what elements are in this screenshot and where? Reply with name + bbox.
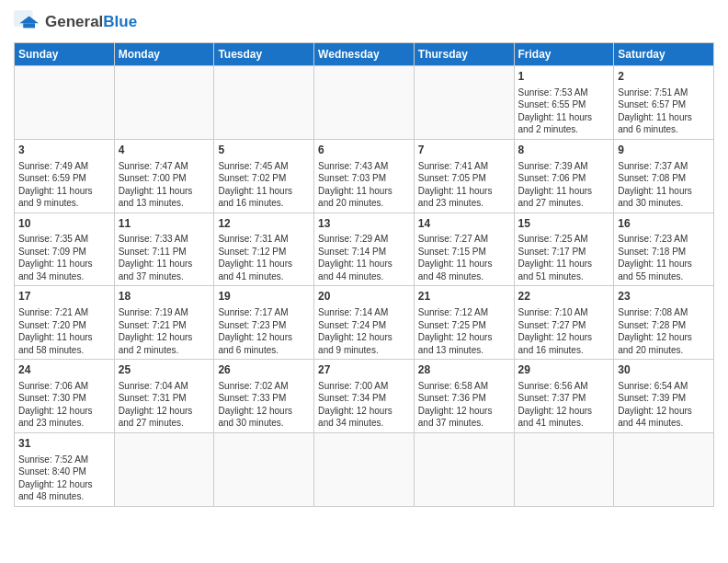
day-number: 12	[218, 216, 310, 232]
calendar-week-row: 31Sunrise: 7:52 AM Sunset: 8:40 PM Dayli…	[15, 432, 714, 506]
day-number: 9	[618, 143, 710, 158]
calendar-day-cell	[114, 66, 214, 140]
calendar-day-cell: 13Sunrise: 7:29 AM Sunset: 7:14 PM Dayli…	[314, 213, 415, 286]
day-number: 3	[18, 143, 110, 158]
day-info: Sunrise: 7:23 AM Sunset: 7:18 PM Dayligh…	[618, 233, 710, 282]
calendar-day-cell: 29Sunrise: 6:56 AM Sunset: 7:37 PM Dayli…	[514, 360, 614, 433]
calendar-day-cell	[614, 432, 714, 506]
day-info: Sunrise: 7:04 AM Sunset: 7:31 PM Dayligh…	[119, 380, 210, 430]
calendar-day-cell: 19Sunrise: 7:17 AM Sunset: 7:23 PM Dayli…	[214, 286, 314, 360]
weekday-header: Sunday	[15, 43, 115, 66]
calendar-day-cell: 1Sunrise: 7:53 AM Sunset: 6:55 PM Daylig…	[514, 66, 614, 140]
weekday-header: Friday	[514, 43, 614, 66]
day-info: Sunrise: 7:33 AM Sunset: 7:11 PM Dayligh…	[119, 233, 210, 282]
logo-text-blue: Blue	[103, 13, 137, 30]
day-number: 1	[518, 69, 610, 85]
day-info: Sunrise: 7:06 AM Sunset: 7:30 PM Dayligh…	[18, 380, 110, 430]
calendar-week-row: 3Sunrise: 7:49 AM Sunset: 6:59 PM Daylig…	[15, 139, 714, 213]
day-number: 16	[618, 216, 710, 232]
calendar-day-cell: 26Sunrise: 7:02 AM Sunset: 7:33 PM Dayli…	[214, 360, 314, 433]
calendar-day-cell: 12Sunrise: 7:31 AM Sunset: 7:12 PM Dayli…	[214, 213, 314, 286]
day-info: Sunrise: 7:45 AM Sunset: 7:02 PM Dayligh…	[218, 160, 310, 210]
day-info: Sunrise: 7:43 AM Sunset: 7:03 PM Dayligh…	[318, 160, 410, 210]
day-info: Sunrise: 7:19 AM Sunset: 7:21 PM Dayligh…	[119, 306, 210, 356]
calendar-day-cell: 5Sunrise: 7:45 AM Sunset: 7:02 PM Daylig…	[214, 139, 314, 213]
day-info: Sunrise: 7:25 AM Sunset: 7:17 PM Dayligh…	[518, 233, 610, 282]
calendar-day-cell: 20Sunrise: 7:14 AM Sunset: 7:24 PM Dayli…	[314, 286, 415, 360]
main-container: GeneralBlue SundayMondayTuesdayWednesday…	[0, 0, 728, 516]
weekday-header: Monday	[114, 43, 214, 66]
calendar-day-cell: 16Sunrise: 7:23 AM Sunset: 7:18 PM Dayli…	[614, 213, 714, 286]
day-number: 23	[618, 289, 710, 304]
day-number: 6	[318, 143, 410, 158]
day-info: Sunrise: 7:14 AM Sunset: 7:24 PM Dayligh…	[318, 306, 410, 356]
day-number: 22	[518, 289, 610, 304]
calendar-day-cell: 23Sunrise: 7:08 AM Sunset: 7:28 PM Dayli…	[614, 286, 714, 360]
day-number: 10	[18, 216, 110, 232]
calendar-day-cell: 2Sunrise: 7:51 AM Sunset: 6:57 PM Daylig…	[614, 66, 714, 140]
weekday-header: Tuesday	[214, 43, 314, 66]
day-number: 20	[318, 289, 410, 304]
day-info: Sunrise: 7:00 AM Sunset: 7:34 PM Dayligh…	[318, 380, 410, 430]
day-number: 14	[418, 216, 510, 232]
day-info: Sunrise: 7:27 AM Sunset: 7:15 PM Dayligh…	[418, 233, 510, 282]
calendar-day-cell: 17Sunrise: 7:21 AM Sunset: 7:20 PM Dayli…	[15, 286, 115, 360]
calendar-week-row: 24Sunrise: 7:06 AM Sunset: 7:30 PM Dayli…	[15, 360, 714, 433]
calendar-day-cell: 9Sunrise: 7:37 AM Sunset: 7:08 PM Daylig…	[614, 139, 714, 213]
day-number: 11	[119, 216, 210, 232]
calendar-day-cell: 4Sunrise: 7:47 AM Sunset: 7:00 PM Daylig…	[114, 139, 214, 213]
day-info: Sunrise: 7:35 AM Sunset: 7:09 PM Dayligh…	[18, 233, 110, 282]
day-number: 27	[318, 362, 410, 378]
day-number: 21	[418, 289, 510, 304]
weekday-header: Thursday	[414, 43, 514, 66]
calendar-table: SundayMondayTuesdayWednesdayThursdayFrid…	[14, 42, 714, 507]
weekday-header-row: SundayMondayTuesdayWednesdayThursdayFrid…	[15, 43, 714, 66]
calendar-day-cell: 25Sunrise: 7:04 AM Sunset: 7:31 PM Dayli…	[114, 360, 214, 433]
day-number: 18	[119, 289, 210, 304]
calendar-day-cell	[114, 432, 214, 506]
weekday-header: Wednesday	[314, 43, 415, 66]
day-info: Sunrise: 6:54 AM Sunset: 7:39 PM Dayligh…	[618, 380, 710, 430]
calendar-day-cell	[214, 432, 314, 506]
day-info: Sunrise: 7:21 AM Sunset: 7:20 PM Dayligh…	[18, 306, 110, 356]
calendar-day-cell	[314, 66, 415, 140]
day-info: Sunrise: 7:51 AM Sunset: 6:57 PM Dayligh…	[618, 86, 710, 136]
calendar-week-row: 10Sunrise: 7:35 AM Sunset: 7:09 PM Dayli…	[15, 213, 714, 286]
day-number: 19	[218, 289, 310, 304]
day-info: Sunrise: 6:58 AM Sunset: 7:36 PM Dayligh…	[418, 380, 510, 430]
day-number: 5	[218, 143, 310, 158]
calendar-day-cell: 21Sunrise: 7:12 AM Sunset: 7:25 PM Dayli…	[414, 286, 514, 360]
logo-icon	[14, 9, 43, 35]
day-number: 7	[418, 143, 510, 158]
calendar-day-cell: 28Sunrise: 6:58 AM Sunset: 7:36 PM Dayli…	[414, 360, 514, 433]
header: GeneralBlue	[14, 9, 714, 35]
day-number: 8	[518, 143, 610, 158]
day-info: Sunrise: 7:52 AM Sunset: 8:40 PM Dayligh…	[18, 454, 110, 503]
calendar-day-cell	[514, 432, 614, 506]
calendar-day-cell	[414, 432, 514, 506]
calendar-day-cell: 14Sunrise: 7:27 AM Sunset: 7:15 PM Dayli…	[414, 213, 514, 286]
day-info: Sunrise: 7:47 AM Sunset: 7:00 PM Dayligh…	[119, 160, 210, 210]
calendar-day-cell: 10Sunrise: 7:35 AM Sunset: 7:09 PM Dayli…	[15, 213, 115, 286]
day-number: 29	[518, 362, 610, 378]
day-info: Sunrise: 7:39 AM Sunset: 7:06 PM Dayligh…	[518, 160, 610, 210]
calendar-day-cell	[214, 66, 314, 140]
day-number: 31	[18, 436, 110, 452]
calendar-week-row: 1Sunrise: 7:53 AM Sunset: 6:55 PM Daylig…	[15, 66, 714, 140]
weekday-header: Saturday	[614, 43, 714, 66]
calendar-day-cell: 24Sunrise: 7:06 AM Sunset: 7:30 PM Dayli…	[15, 360, 115, 433]
day-number: 25	[119, 362, 210, 378]
calendar-day-cell	[314, 432, 415, 506]
calendar-day-cell: 18Sunrise: 7:19 AM Sunset: 7:21 PM Dayli…	[114, 286, 214, 360]
calendar-day-cell: 3Sunrise: 7:49 AM Sunset: 6:59 PM Daylig…	[15, 139, 115, 213]
day-number: 30	[618, 362, 710, 378]
day-info: Sunrise: 7:31 AM Sunset: 7:12 PM Dayligh…	[218, 233, 310, 282]
day-info: Sunrise: 7:41 AM Sunset: 7:05 PM Dayligh…	[418, 160, 510, 210]
calendar-day-cell: 15Sunrise: 7:25 AM Sunset: 7:17 PM Dayli…	[514, 213, 614, 286]
calendar-day-cell	[414, 66, 514, 140]
day-info: Sunrise: 7:02 AM Sunset: 7:33 PM Dayligh…	[218, 380, 310, 430]
day-number: 17	[18, 289, 110, 304]
day-number: 26	[218, 362, 310, 378]
day-number: 4	[119, 143, 210, 158]
calendar-day-cell: 7Sunrise: 7:41 AM Sunset: 7:05 PM Daylig…	[414, 139, 514, 213]
